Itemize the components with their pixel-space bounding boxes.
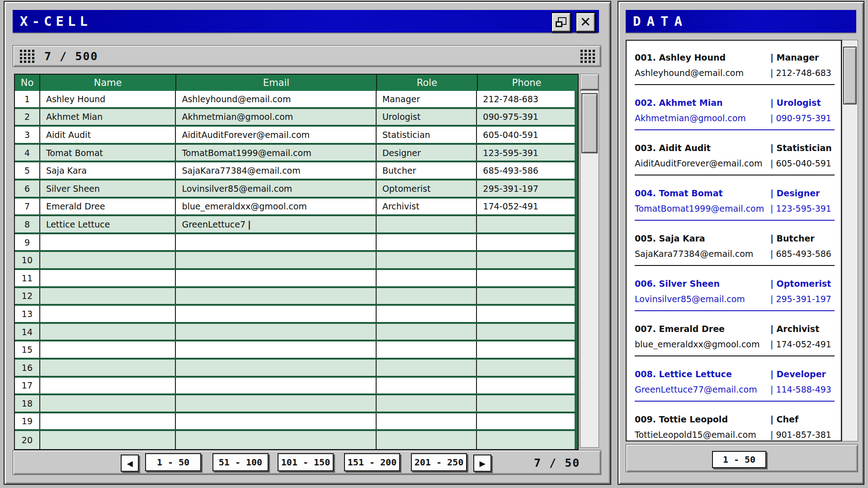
cell-name[interactable] [40,306,176,322]
cell-no[interactable]: 19 [15,413,40,430]
table-row[interactable]: 11 [15,270,578,288]
cell-phone[interactable] [477,378,575,394]
cell-no[interactable]: 5 [15,162,40,179]
table-row[interactable]: 14 [15,324,578,342]
cell-role[interactable] [377,216,477,232]
cell-email[interactable] [176,288,376,304]
cell-name[interactable] [40,395,176,412]
table-row[interactable]: 10 [15,252,578,270]
cell-name[interactable] [40,252,176,268]
cell-phone[interactable]: 605-040-591 [477,127,575,143]
cell-role[interactable]: Archivist [377,199,477,215]
cell-phone[interactable]: 174-052-491 [477,199,575,215]
cell-email[interactable] [176,341,376,358]
cell-email[interactable] [176,395,376,412]
cell-no[interactable]: 15 [15,341,40,358]
cell-name[interactable]: Akhmet Mian [40,109,176,125]
table-row[interactable]: 17 [15,378,578,396]
cell-phone[interactable] [477,270,575,286]
cell-email[interactable] [176,360,376,376]
cell-email[interactable]: blue_emeraldxx@gmool.com [176,199,376,215]
cell-email[interactable]: AiditAuditForever@email.com [176,127,376,143]
cell-email[interactable]: SajaKara77384@email.com [176,162,376,179]
cell-email[interactable]: Akhmetmian@gmool.com [176,109,376,125]
table-scrollbar[interactable] [580,74,599,448]
table-row[interactable]: 15 [15,341,578,360]
cell-email[interactable]: Lovinsilver85@email.com [176,180,376,197]
cell-no[interactable]: 3 [15,127,40,143]
cell-role[interactable] [377,341,477,358]
table-row[interactable]: 6Silver SheenLovinsilver85@email.comOpto… [15,180,578,199]
table-row[interactable]: 12 [15,288,578,306]
table-scrollbar-thumb[interactable] [581,93,598,153]
cell-name[interactable] [40,378,176,394]
table-row[interactable]: 19 [15,413,578,431]
cell-name[interactable] [40,234,176,251]
prev-page-button[interactable]: ◀ [121,455,139,472]
cell-phone[interactable]: 295-391-197 [477,180,575,197]
cell-name[interactable] [40,413,176,430]
table-row[interactable]: 5Saja KaraSajaKara77384@email.comButcher… [15,162,578,180]
table-row[interactable]: 13 [15,306,578,324]
table-row[interactable]: 7Emerald Dreeblue_emeraldxx@gmool.comArc… [15,199,578,217]
table-row[interactable]: 3Aidit AuditAiditAuditForever@email.comS… [15,127,578,145]
grid-handle-icon[interactable] [580,50,597,63]
column-header-phone[interactable]: Phone [478,75,576,91]
maximize-button[interactable] [551,12,571,32]
cell-phone[interactable] [477,324,575,340]
cell-role[interactable] [377,324,477,340]
cell-no[interactable]: 14 [15,324,40,340]
table-row[interactable]: 16 [15,360,578,378]
cell-role[interactable]: Statistician [377,127,477,143]
cell-role[interactable] [377,395,477,412]
cell-email[interactable]: GreenLettuce7| [176,216,376,232]
cell-phone[interactable] [477,413,575,430]
cell-no[interactable]: 1 [15,91,40,107]
cell-name[interactable]: Ashley Hound [40,91,176,107]
cell-email[interactable] [176,270,376,286]
table-row[interactable]: 9 [15,234,578,252]
cell-role[interactable] [377,288,477,304]
cell-name[interactable]: Saja Kara [40,162,176,179]
cell-phone[interactable] [477,341,575,358]
page-range-button[interactable]: 101 - 150 [278,453,334,471]
data-entry[interactable]: 008. Lettice Lettuce| DeveloperGreenLett… [635,369,836,414]
data-scrollbar[interactable] [842,40,858,441]
cell-role[interactable]: Urologist [377,109,477,125]
close-button[interactable]: ✕ [576,12,595,32]
cell-name[interactable]: Lettice Lettuce [40,216,176,232]
data-entry[interactable]: 006. Silver Sheen| OptomeristLovinsilver… [635,279,836,324]
cell-name[interactable]: Aidit Audit [40,127,176,143]
column-header-role[interactable]: Role [377,75,478,91]
cell-name[interactable] [40,288,176,304]
cell-email[interactable] [176,431,376,449]
cell-name[interactable] [40,324,176,340]
table-row[interactable]: 20 [15,431,578,449]
cell-no[interactable]: 10 [15,252,40,268]
cell-role[interactable] [377,252,477,268]
cell-phone[interactable] [477,288,575,304]
table-row[interactable]: 1Ashley HoundAshleyhound@email.comManage… [15,91,578,109]
cell-phone[interactable] [477,306,575,322]
cell-role[interactable] [377,234,477,251]
table-row[interactable]: 2Akhmet MianAkhmetmian@gmool.comUrologis… [15,109,578,127]
cell-phone[interactable]: 090-975-391 [477,109,575,125]
table-row[interactable]: 8Lettice LettuceGreenLettuce7| [15,216,578,234]
cell-role[interactable] [377,378,477,394]
data-entry[interactable]: 007. Emerald Dree| Archivistblue_emerald… [635,324,836,369]
data-page-button[interactable]: 1 - 50 [712,451,766,468]
cell-email[interactable] [176,378,376,394]
cell-name[interactable] [40,431,176,449]
cell-phone[interactable] [477,395,575,412]
cell-no[interactable]: 9 [15,234,40,251]
cell-no[interactable]: 4 [15,145,40,161]
cell-no[interactable]: 16 [15,360,40,376]
page-range-button[interactable]: 201 - 250 [411,453,467,471]
cell-email[interactable]: TomatBomat1999@email.com [176,145,376,161]
data-entry[interactable]: 005. Saja Kara| ButcherSajaKara77384@ema… [635,233,836,279]
cell-no[interactable]: 12 [15,288,40,304]
cell-no[interactable]: 17 [15,378,40,394]
cell-no[interactable]: 13 [15,306,40,322]
column-header-no[interactable]: No [15,75,40,91]
cell-phone[interactable] [477,252,575,268]
